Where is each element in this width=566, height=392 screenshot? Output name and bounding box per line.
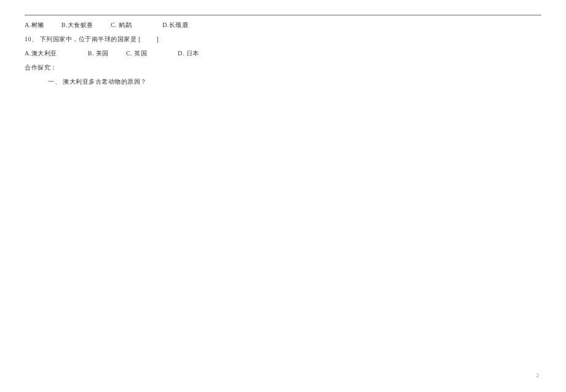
q10-option-c: C. 英国 — [126, 49, 147, 58]
section-item-1: 一、 澳大利亚多古老动物的原因？ — [25, 77, 541, 87]
section-item-1-text: 澳大利亚多古老动物的原因？ — [63, 78, 147, 85]
q9-option-b: B.大食蚁兽 — [62, 20, 94, 30]
page-number: 2 — [536, 372, 540, 378]
q9-option-a: A.树獭 — [25, 20, 44, 30]
q10-option-b: B. 美国 — [88, 49, 109, 58]
q10-number: 10、 — [25, 36, 38, 42]
q10-bracket: [ ] — [138, 36, 160, 42]
section-item-1-number: 一、 — [48, 78, 61, 85]
q10-stem: 10、 下列国家中，位于南半球的国家是 [ ] — [25, 34, 541, 44]
q10-option-a: A.澳大利亚 — [25, 49, 57, 58]
q10-options: A.澳大利亚 B. 美国 C. 英国 D. 日本 — [25, 49, 541, 58]
q9-options: A.树獭 B.大食蚁兽 C. 鸸鹋 D.长颈鹿 — [25, 20, 541, 30]
q9-option-d: D.长颈鹿 — [162, 20, 188, 30]
q10-text: 下列国家中，位于南半球的国家是 — [40, 36, 137, 42]
document-content: A.树獭 B.大食蚁兽 C. 鸸鹋 D.长颈鹿 10、 下列国家中，位于南半球的… — [25, 15, 541, 87]
section-title: 合作探究： — [25, 63, 541, 73]
q10-option-d: D. 日本 — [178, 49, 199, 58]
q9-option-c: C. 鸸鹋 — [111, 20, 132, 30]
